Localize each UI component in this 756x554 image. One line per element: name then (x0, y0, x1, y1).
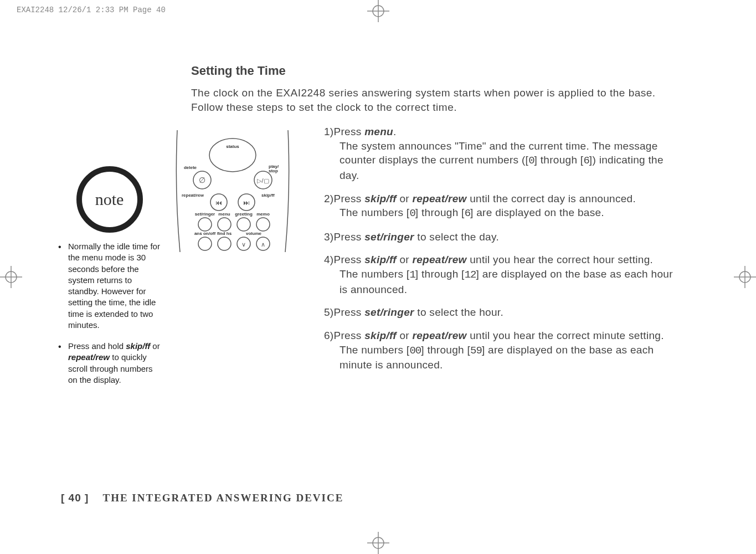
step-1: 1)Press menu.The system announces "Time"… (324, 125, 673, 183)
step-number: 5) (324, 306, 334, 318)
crop-mark-right (734, 266, 756, 288)
svg-text:∅: ∅ (199, 176, 205, 184)
svg-point-23 (237, 218, 250, 231)
step-number: 6) (324, 330, 334, 341)
page-number: [ 40 ] (61, 492, 89, 504)
svg-point-26 (218, 237, 231, 250)
svg-text:⏭: ⏭ (243, 199, 250, 207)
lbl-greeting: greeting (235, 212, 253, 217)
page-footer: [ 40 ] THE INTEGRATED ANSWERING DEVICE (61, 492, 343, 504)
display-digits: 0 (528, 155, 534, 167)
display-digits: 00 (409, 345, 421, 357)
svg-text:∧: ∧ (261, 241, 265, 248)
svg-point-21 (198, 218, 212, 231)
device-illustration: ∅ ▷/▢ ⏮ ⏭ ∨ ∧ status delete play/ stop r… (172, 125, 294, 258)
step-6: 6)Press skip/ff or repeat/rew until you … (324, 329, 673, 372)
step-number: 4) (324, 254, 334, 265)
svg-text:▷/▢: ▷/▢ (257, 177, 269, 184)
step-5: 5)Press set/ringer to select the hour. (324, 305, 673, 320)
svg-point-22 (218, 218, 231, 231)
step-3: 3)Press set/ringer to select the day. (324, 230, 673, 244)
step-number: 3) (324, 231, 334, 243)
section-name: THE INTEGRATED ANSWERING DEVICE (102, 492, 343, 504)
note-item-1: Normally the idle time for the menu mode… (58, 241, 161, 331)
step-2: 2)Press skip/ff or repeat/rew until the … (324, 192, 673, 221)
note-list: Normally the idle time for the menu mode… (58, 241, 161, 386)
note-badge: note (76, 166, 143, 233)
crop-mark-left (0, 266, 22, 288)
lbl-status: status (226, 144, 239, 149)
svg-point-25 (198, 237, 212, 250)
keyword: set/ringer (364, 306, 414, 318)
keyword: skip/ff (364, 254, 397, 265)
display-digits: 1 (409, 269, 415, 281)
note-item-1-text: Normally the idle time for the menu mode… (68, 242, 160, 330)
display-digits: 6 (465, 207, 470, 219)
keyword: repeat/rew (413, 330, 467, 341)
keyword: repeat/rew (413, 193, 467, 204)
lbl-volume: volume (246, 231, 262, 236)
svg-point-12 (209, 138, 256, 172)
note-item-2: Press and hold skip/ff or repeat/rew to … (58, 341, 161, 386)
svg-text:⏮: ⏮ (215, 199, 222, 207)
lbl-ansonoff: ans on/off (194, 231, 216, 236)
lbl-repeatrew: repeat/rew (182, 193, 204, 198)
lbl-memo: memo (256, 212, 270, 217)
lbl-setringer: set/ringer (195, 212, 215, 217)
lbl-menu: menu (218, 212, 230, 217)
display-digits: 12 (465, 269, 476, 281)
lbl-skipff: skip/ff (261, 193, 275, 198)
step-number: 1) (324, 126, 334, 137)
svg-point-24 (256, 218, 270, 231)
keyword: skip/ff (364, 330, 397, 341)
lbl-findhs: find hs (217, 231, 232, 236)
keyword: set/ringer (364, 231, 414, 243)
display-digits: 0 (409, 207, 415, 219)
note-badge-label: note (95, 190, 124, 209)
svg-text:∨: ∨ (241, 241, 246, 248)
step-4: 4)Press skip/ff or repeat/rew until you … (324, 253, 673, 296)
steps-list: 1)Press menu.The system announces "Time"… (324, 125, 673, 381)
step-number: 2) (324, 193, 334, 204)
crop-mark-top (367, 0, 389, 22)
display-digits: 6 (583, 155, 589, 167)
lbl-playstop2: stop (269, 168, 278, 173)
lbl-delete: delete (184, 165, 197, 170)
page-title: Setting the Time (191, 64, 286, 78)
keyword: skip/ff (364, 193, 397, 204)
note-sidebar: note Normally the idle time for the menu… (58, 166, 161, 396)
intro-paragraph: The clock on the EXAI2248 series answeri… (191, 86, 673, 114)
keyword: repeat/rew (413, 254, 467, 265)
print-header-slug: EXAI2248 12/26/1 2:33 PM Page 40 (17, 6, 166, 14)
crop-mark-bottom (367, 532, 389, 554)
display-digits: 59 (470, 345, 482, 357)
keyword: menu (364, 126, 393, 137)
